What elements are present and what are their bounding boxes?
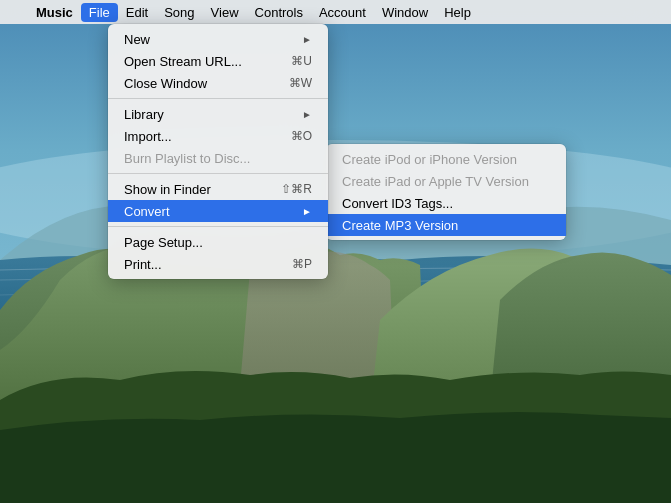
menu-item-open-stream[interactable]: Open Stream URL... ⌘U <box>108 50 328 72</box>
menubar: Music File Edit Song View Controls Accou… <box>0 0 671 24</box>
shortcut-close-window: ⌘W <box>289 76 312 90</box>
menu-item-print[interactable]: Print... ⌘P <box>108 253 328 275</box>
menubar-item-file[interactable]: File <box>81 3 118 22</box>
menu-item-convert-id3[interactable]: Convert ID3 Tags... <box>326 192 566 214</box>
menubar-item-view[interactable]: View <box>203 3 247 22</box>
menubar-item-controls[interactable]: Controls <box>247 3 311 22</box>
menubar-item-window[interactable]: Window <box>374 3 436 22</box>
menu-item-page-setup[interactable]: Page Setup... <box>108 231 328 253</box>
menubar-item-account[interactable]: Account <box>311 3 374 22</box>
separator-1 <box>108 98 328 99</box>
menu-item-library[interactable]: Library ► <box>108 103 328 125</box>
menu-item-close-window[interactable]: Close Window ⌘W <box>108 72 328 94</box>
menu-item-import[interactable]: Import... ⌘O <box>108 125 328 147</box>
shortcut-open-stream: ⌘U <box>291 54 312 68</box>
shortcut-import: ⌘O <box>291 129 312 143</box>
menu-item-create-ipad: Create iPad or Apple TV Version <box>326 170 566 192</box>
menu-item-convert[interactable]: Convert ► <box>108 200 328 222</box>
menu-item-create-ipod: Create iPod or iPhone Version <box>326 148 566 170</box>
menubar-item-help[interactable]: Help <box>436 3 479 22</box>
menu-item-create-mp3[interactable]: Create MP3 Version <box>326 214 566 236</box>
menu-item-show-finder[interactable]: Show in Finder ⇧⌘R <box>108 178 328 200</box>
file-menu: New ► Open Stream URL... ⌘U Close Window… <box>108 24 328 279</box>
shortcut-print: ⌘P <box>292 257 312 271</box>
menu-item-burn-playlist: Burn Playlist to Disc... <box>108 147 328 169</box>
convert-submenu: Create iPod or iPhone Version Create iPa… <box>326 144 566 240</box>
separator-2 <box>108 173 328 174</box>
menu-item-new[interactable]: New ► <box>108 28 328 50</box>
separator-3 <box>108 226 328 227</box>
menubar-item-music[interactable]: Music <box>28 3 81 22</box>
shortcut-show-finder: ⇧⌘R <box>281 182 312 196</box>
menubar-item-song[interactable]: Song <box>156 3 202 22</box>
submenu-arrow-convert: ► <box>302 206 312 217</box>
menubar-item-edit[interactable]: Edit <box>118 3 156 22</box>
submenu-arrow-library: ► <box>302 109 312 120</box>
submenu-arrow-new: ► <box>302 34 312 45</box>
background <box>0 0 671 503</box>
